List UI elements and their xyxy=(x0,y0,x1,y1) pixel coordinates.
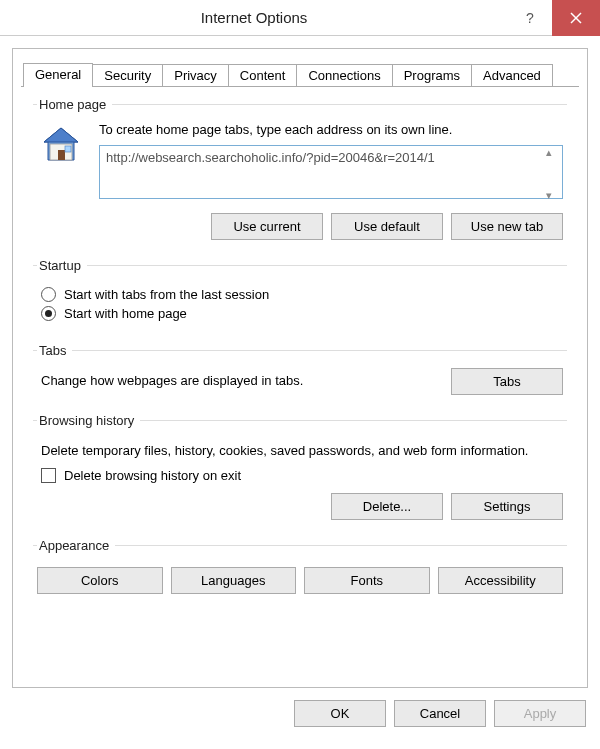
languages-button[interactable]: Languages xyxy=(171,567,297,594)
tab-security[interactable]: Security xyxy=(92,64,163,86)
homepage-group: Home page To create home page tabs, type… xyxy=(33,97,567,250)
tab-programs[interactable]: Programs xyxy=(392,64,472,86)
use-new-tab-button[interactable]: Use new tab xyxy=(451,213,563,240)
radio-icon xyxy=(41,306,56,321)
appearance-legend: Appearance xyxy=(37,538,115,553)
dialog-buttons: OK Cancel Apply xyxy=(0,688,600,739)
radio-icon xyxy=(41,287,56,302)
delete-button[interactable]: Delete... xyxy=(331,493,443,520)
homepage-legend: Home page xyxy=(37,97,112,112)
startup-group: Startup Start with tabs from the last se… xyxy=(33,258,567,335)
close-button[interactable] xyxy=(552,0,600,36)
tab-advanced[interactable]: Advanced xyxy=(471,64,553,86)
delete-on-exit-checkbox[interactable]: Delete browsing history on exit xyxy=(41,468,563,483)
cancel-button[interactable]: Cancel xyxy=(394,700,486,727)
tabs-button[interactable]: Tabs xyxy=(451,368,563,395)
startup-option-label: Start with home page xyxy=(64,306,187,321)
tabs-legend: Tabs xyxy=(37,343,72,358)
startup-legend: Startup xyxy=(37,258,87,273)
svg-marker-5 xyxy=(44,128,78,142)
homepage-input[interactable] xyxy=(99,145,563,199)
help-icon: ? xyxy=(523,11,537,25)
svg-rect-7 xyxy=(65,146,71,152)
homepage-hint: To create home page tabs, type each addr… xyxy=(99,122,563,137)
accessibility-button[interactable]: Accessibility xyxy=(438,567,564,594)
tab-general[interactable]: General xyxy=(23,63,93,87)
tab-content[interactable]: Content xyxy=(228,64,298,86)
titlebar: Internet Options ? xyxy=(0,0,600,36)
tab-strip: General Security Privacy Content Connect… xyxy=(13,57,587,86)
history-legend: Browsing history xyxy=(37,413,140,428)
ok-button[interactable]: OK xyxy=(294,700,386,727)
colors-button[interactable]: Colors xyxy=(37,567,163,594)
history-hint: Delete temporary files, history, cookies… xyxy=(41,442,563,460)
dialog-body: General Security Privacy Content Connect… xyxy=(12,48,588,688)
settings-button[interactable]: Settings xyxy=(451,493,563,520)
apply-button[interactable]: Apply xyxy=(494,700,586,727)
tab-connections[interactable]: Connections xyxy=(296,64,392,86)
tabs-group: Tabs Change how webpages are displayed i… xyxy=(33,343,567,405)
tabs-hint: Change how webpages are displayed in tab… xyxy=(41,372,451,390)
help-button[interactable]: ? xyxy=(508,0,552,36)
use-default-button[interactable]: Use default xyxy=(331,213,443,240)
use-current-button[interactable]: Use current xyxy=(211,213,323,240)
startup-option-last-session[interactable]: Start with tabs from the last session xyxy=(41,287,563,302)
tab-privacy[interactable]: Privacy xyxy=(162,64,229,86)
tab-panel-general: Home page To create home page tabs, type… xyxy=(21,86,579,622)
startup-option-home-page[interactable]: Start with home page xyxy=(41,306,563,321)
window-title: Internet Options xyxy=(0,9,508,26)
svg-rect-6 xyxy=(58,150,65,160)
history-group: Browsing history Delete temporary files,… xyxy=(33,413,567,530)
fonts-button[interactable]: Fonts xyxy=(304,567,430,594)
home-icon xyxy=(37,122,85,203)
close-icon xyxy=(570,12,582,24)
checkbox-icon xyxy=(41,468,56,483)
svg-text:?: ? xyxy=(526,11,534,25)
appearance-group: Appearance Colors Languages Fonts Access… xyxy=(33,538,567,604)
startup-option-label: Start with tabs from the last session xyxy=(64,287,269,302)
checkbox-label: Delete browsing history on exit xyxy=(64,468,241,483)
